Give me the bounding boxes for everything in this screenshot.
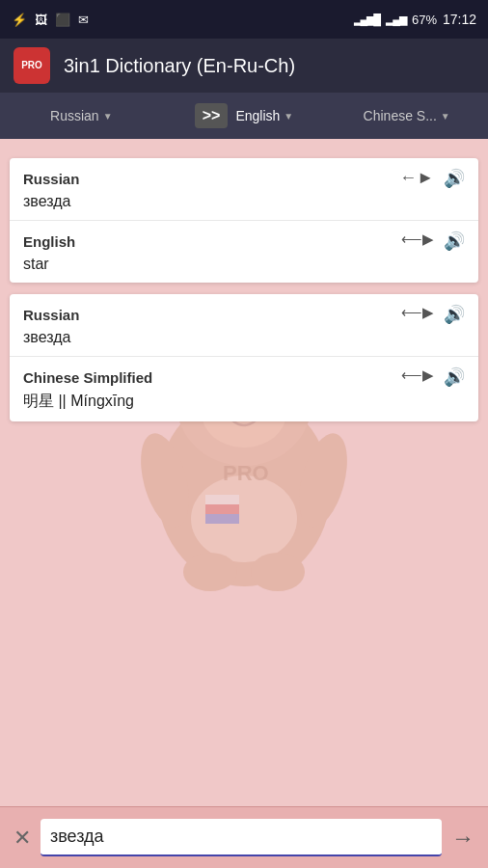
dict-card-2-russian-lang: Russian	[23, 307, 79, 323]
volume-icon-2b[interactable]: 🔊	[444, 366, 465, 388]
svg-rect-13	[205, 504, 239, 514]
app-icon: PRO	[14, 47, 50, 84]
dict-card-2-section-russian: Russian ⟵▶ 🔊 звезда	[10, 294, 478, 357]
tab-bar: Russian ▼ >> English ▼ Chinese S... ▼	[0, 93, 488, 139]
time-text: 17:12	[443, 12, 476, 27]
tab-english-arrow: ▼	[284, 111, 293, 122]
status-left-icons: ⚡ 🖼 ⬛ ✉	[12, 13, 89, 27]
signal-icon: ▂▄▆█	[354, 14, 381, 26]
dict-card-1-russian-lang: Russian	[23, 171, 79, 187]
tab-russian-arrow: ▼	[103, 111, 113, 122]
dict-card-2: Russian ⟵▶ 🔊 звезда Chinese Simplified ⟵…	[10, 294, 478, 421]
dict-card-2-russian-icons: ⟵▶ 🔊	[401, 304, 465, 325]
share-icon-2b[interactable]: ⟵▶	[401, 366, 434, 388]
dict-card-1-russian-icons: ←► 🔊	[399, 168, 465, 189]
dict-card-2-russian-word: звезда	[23, 329, 465, 346]
bottom-search-bar: ✕ звезда →	[0, 806, 488, 868]
svg-point-19	[251, 553, 305, 591]
dict-card-1-english-icons: ⟵▶ 🔊	[401, 231, 465, 252]
share-icon-1a[interactable]: ←►	[399, 168, 434, 189]
dict-card-2-chinese-icons: ⟵▶ 🔊	[401, 366, 465, 388]
dict-card-1-english-lang: English	[23, 233, 75, 250]
tab-chinese-label: Chinese S...	[364, 108, 437, 123]
svg-text:PRO: PRO	[223, 461, 269, 485]
share-icon-1b[interactable]: ⟵▶	[401, 231, 434, 252]
tab-chinese[interactable]: Chinese S... ▼	[325, 93, 488, 139]
tab-russian-label: Russian	[50, 108, 99, 123]
dict-card-1-section-english: English ⟵▶ 🔊 star	[10, 221, 478, 283]
image-icon: 🖼	[35, 13, 47, 27]
svg-rect-14	[205, 514, 239, 524]
dict-card-1-russian-header: Russian ←► 🔊	[23, 168, 465, 189]
dict-card-2-chinese-lang: Chinese Simplified	[23, 369, 152, 386]
volume-icon-1b[interactable]: 🔊	[444, 231, 465, 252]
volume-icon-1a[interactable]: 🔊	[444, 168, 465, 189]
bbm-icon: ⬛	[55, 13, 70, 27]
tab-english-label: English	[235, 108, 280, 123]
dict-card-1-english-header: English ⟵▶ 🔊	[23, 231, 465, 252]
search-input[interactable]: звезда	[50, 827, 432, 847]
dict-card-2-russian-header: Russian ⟵▶ 🔊	[23, 304, 465, 325]
dict-card-1-english-word: star	[23, 256, 465, 273]
dict-card-1: Russian ←► 🔊 звезда English ⟵▶ 🔊 star	[10, 158, 478, 283]
dict-card-2-section-chinese: Chinese Simplified ⟵▶ 🔊 明星 || Míngxīng	[10, 357, 478, 421]
message-icon: ✉	[78, 13, 89, 27]
signal2-icon: ▂▄▆	[386, 14, 406, 26]
tab-chinese-arrow: ▼	[441, 111, 450, 122]
dict-card-2-chinese-header: Chinese Simplified ⟵▶ 🔊	[23, 366, 465, 388]
battery-text: 67%	[412, 13, 437, 27]
title-bar: PRO 3in1 Dictionary (En-Ru-Ch)	[0, 39, 488, 93]
search-go-button[interactable]: →	[451, 825, 474, 852]
tab-russian[interactable]: Russian ▼	[0, 93, 163, 139]
tab-forward-btn[interactable]: >>	[195, 103, 229, 128]
svg-point-18	[183, 553, 237, 591]
tab-english[interactable]: >> English ▼	[163, 93, 326, 139]
search-close-button[interactable]: ✕	[14, 826, 31, 851]
dict-card-1-russian-word: звезда	[23, 193, 465, 210]
status-bar: ⚡ 🖼 ⬛ ✉ ▂▄▆█ ▂▄▆ 67% 17:12	[0, 0, 488, 39]
main-content: PRO Russian ←► 🔊 звезда English ⟵▶ 🔊	[0, 139, 488, 806]
status-right-icons: ▂▄▆█ ▂▄▆ 67% 17:12	[354, 12, 476, 27]
search-input-wrap: звезда	[41, 819, 442, 856]
svg-rect-15	[205, 495, 239, 504]
app-title: 3in1 Dictionary (En-Ru-Ch)	[64, 55, 295, 77]
volume-icon-2a[interactable]: 🔊	[444, 304, 465, 325]
share-icon-2a[interactable]: ⟵▶	[401, 304, 434, 325]
dict-card-2-chinese-word: 明星 || Míngxīng	[23, 392, 465, 412]
usb-icon: ⚡	[12, 13, 27, 27]
dict-card-1-section-russian: Russian ←► 🔊 звезда	[10, 158, 478, 221]
